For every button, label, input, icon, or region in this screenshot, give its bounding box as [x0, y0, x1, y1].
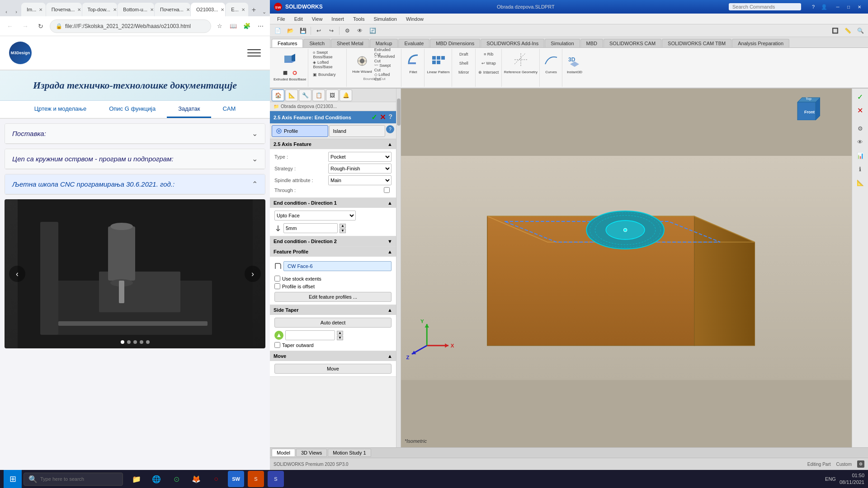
carousel-dot-0[interactable] — [121, 340, 124, 344]
browser-tab-2[interactable]: Top-dow... ✕ — [82, 3, 118, 16]
sw-tool-swept-cut[interactable]: 〰 Swept Cut — [374, 64, 396, 72]
site-tab-0[interactable]: Цртеж и моделање — [23, 101, 98, 118]
site-tab-1[interactable]: Опис G функција — [98, 101, 167, 118]
sw-tool-mirror[interactable]: Mirror — [454, 68, 473, 77]
sw-user-button[interactable]: 👤 — [819, 3, 829, 11]
taskbar-search-input[interactable] — [40, 476, 108, 482]
tab-more[interactable]: ⌄ — [260, 7, 268, 16]
sw-tab-mbd[interactable]: MBD — [580, 39, 603, 47]
sw-fp-confirm-button[interactable]: ✓ — [371, 113, 377, 122]
bookmark-button[interactable]: ☆ — [214, 20, 226, 32]
sw-fp-tab-2[interactable]: 🔧 — [299, 89, 311, 101]
address-bar[interactable]: 🔒 file:///F:/Skolska_2021_2022/Web/haas/… — [50, 19, 211, 33]
sw-fp-dir1-select[interactable]: Upto Face — [274, 211, 356, 221]
sw-tab-sw-cam[interactable]: SOLIDWORKS CAM — [604, 39, 661, 47]
sw-search-input[interactable] — [729, 3, 801, 10]
browser-tab-3[interactable]: Bottom-u... ✕ — [118, 3, 154, 16]
sw-fp-dir1-value-input[interactable] — [283, 223, 338, 233]
sw-tool-wrap[interactable]: ↩ Wrap — [478, 59, 500, 68]
sw-rp-info-button[interactable]: ℹ — [854, 163, 867, 175]
sw-rebuild-btn[interactable]: 🔄 — [367, 26, 378, 36]
sw-tool-hole-wizard[interactable] — [354, 53, 370, 69]
sw-menu-edit[interactable]: Edit — [290, 15, 307, 23]
sw-fp-spindle-select[interactable]: Main — [328, 175, 392, 185]
taskbar-search[interactable]: 🔍 — [24, 473, 123, 486]
sw-tab-markup[interactable]: Markup — [370, 39, 398, 47]
tab-close-5[interactable]: ✕ — [221, 7, 224, 12]
sw-save-btn[interactable]: 💾 — [297, 26, 309, 36]
sw-fp-tab-0[interactable]: 🏠 — [272, 89, 284, 101]
sw-fp-profile-btn[interactable]: Profile — [272, 125, 328, 137]
section-1-header[interactable]: Цеп са кружним острвом - програм и подпр… — [5, 149, 265, 169]
sw-fp-tab-3[interactable]: 📋 — [312, 89, 325, 101]
sw-tab-sw-cam-tbm[interactable]: SOLIDWORKS CAM TBM — [662, 39, 731, 47]
sw-tool-fillet[interactable] — [404, 50, 422, 70]
sw-open-btn[interactable]: 📂 — [284, 26, 296, 36]
sw-fp-cancel-button[interactable]: ✕ — [380, 113, 386, 122]
sw-rp-measure-button[interactable]: 📐 — [854, 176, 867, 189]
sw-fp-profile-offset-label[interactable]: Profile is offset — [274, 283, 392, 289]
sw-fp-use-stock-checkbox[interactable] — [274, 276, 280, 282]
sw-fp-tab-4[interactable]: 🖼 — [326, 89, 339, 101]
back-button[interactable]: ← — [4, 20, 16, 33]
sw-tab-analysis[interactable]: Analysis Preparation — [732, 39, 789, 47]
sw-tab-sheet-metal[interactable]: Sheet Metal — [331, 39, 369, 47]
sw-fp-taper-outward-label[interactable]: Taper outward — [274, 342, 392, 348]
tab-scroll-left[interactable]: ‹ — [2, 7, 11, 16]
browser-tab-5[interactable]: O21003... ✕ — [191, 3, 225, 16]
browser-tab-6[interactable]: E... ✕ — [226, 3, 248, 16]
sw-rp-graph-button[interactable]: 📊 — [854, 149, 867, 162]
sw-fp-taper-down[interactable]: ▼ — [337, 336, 343, 340]
carousel-dot-2[interactable] — [133, 340, 137, 344]
read-mode-button[interactable]: 📖 — [227, 20, 239, 32]
sw-rp-cancel-button[interactable]: ✕ — [854, 104, 867, 117]
sw-fp-taper-value-input[interactable] — [285, 330, 335, 340]
sw-tab-mbd-dim[interactable]: MBD Dimensions — [430, 39, 480, 47]
sw-bottom-tab-3dviews[interactable]: 3D Views — [296, 449, 327, 457]
sw-tool-draft[interactable]: Draft — [454, 50, 473, 59]
sw-tool-revolved-boss[interactable]: ⭕ — [290, 69, 299, 77]
sw-menu-window[interactable]: Window — [401, 15, 428, 23]
sw-maximize-button[interactable]: □ — [844, 3, 854, 11]
sw-fp-taper-up[interactable]: ▲ — [337, 331, 343, 335]
sw-tab-evaluate[interactable]: Evaluate — [398, 39, 429, 47]
section-0-header[interactable]: Поставка: ⌄ — [5, 124, 265, 144]
sw-fp-dir2-header[interactable]: End condition - Direction 2 ▼ — [270, 236, 396, 246]
sw-close-button[interactable]: ✕ — [854, 3, 864, 11]
sw-fp-strategy-select[interactable]: Rough-Finish — [328, 164, 392, 174]
sw-bottom-tab-model[interactable]: Model — [272, 449, 295, 457]
carousel-next-button[interactable]: › — [245, 266, 261, 282]
sw-new-btn[interactable]: 📄 — [272, 26, 283, 36]
sw-tool-instant3d[interactable]: 3D — [565, 50, 585, 70]
sw-fp-dir1-down[interactable]: ▼ — [340, 229, 346, 233]
sw-fp-move-header[interactable]: Move ▲ — [270, 351, 396, 361]
sw-options-btn[interactable]: ⚙ — [341, 26, 353, 36]
sw-3dview-btn[interactable]: 🔲 — [829, 26, 841, 36]
sw-tool-extruded-cut[interactable]: ⬜ Extruded Cut — [374, 48, 396, 54]
sw-tool-swept-boss[interactable]: ⌾ Swept Boss/Base — [311, 50, 344, 60]
carousel-prev-button[interactable]: ‹ — [9, 266, 25, 282]
sw-help-button[interactable]: ? — [808, 3, 818, 11]
sw-redo-btn[interactable]: ↪ — [326, 26, 337, 36]
sw-tool-extrude-boss-sm[interactable]: ⬛ — [281, 69, 290, 77]
sw-tool-lofted-boss[interactable]: ◈ Lofted Boss/Base — [311, 60, 344, 70]
sw-fp-scrollbar[interactable] — [396, 89, 401, 447]
site-tab-3[interactable]: CAM — [211, 101, 247, 118]
sw-fp-taper-outward-checkbox[interactable] — [274, 342, 280, 348]
sw-view-btn[interactable]: 👁 — [354, 26, 366, 36]
sw-fp-dir1-up[interactable]: ▲ — [340, 224, 346, 228]
tab-close-6[interactable]: ✕ — [241, 7, 245, 12]
browser-tab-1[interactable]: Почетна... ✕ — [46, 3, 82, 16]
orient-cube[interactable]: Front Top — [793, 93, 820, 120]
sw-tool-shell[interactable]: Shell — [454, 59, 473, 68]
carousel-dot-1[interactable] — [127, 340, 131, 344]
sw-tab-features[interactable]: Features — [272, 39, 303, 47]
sw-fp-use-stock-label[interactable]: Use stock extents — [274, 276, 392, 282]
sw-fp-auto-detect-button[interactable]: Auto detect — [274, 318, 392, 328]
sw-menu-tools[interactable]: Tools — [349, 15, 369, 23]
browser-tab-4[interactable]: Почетна... ✕ — [155, 3, 190, 16]
sw-fp-feature-item[interactable]: CW Face-6 — [283, 261, 392, 271]
sw-fp-help-button[interactable]: ? — [388, 113, 392, 122]
sw-menu-insert[interactable]: Insert — [327, 15, 349, 23]
refresh-button[interactable]: ↻ — [34, 20, 47, 33]
